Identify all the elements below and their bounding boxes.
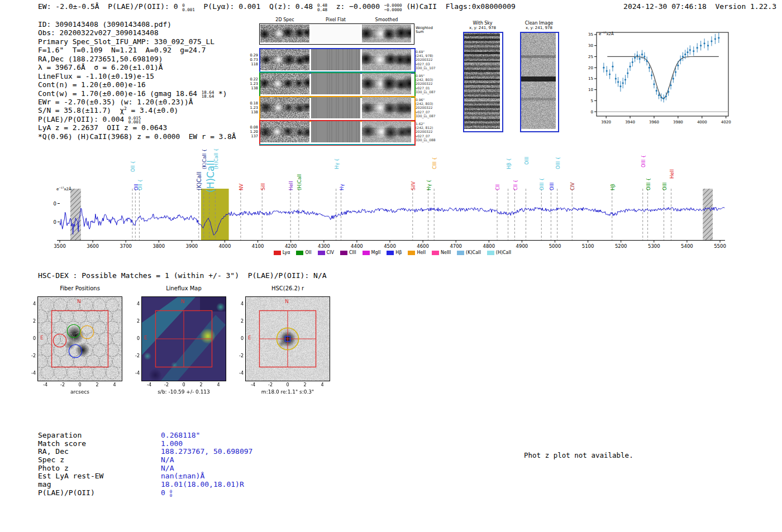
stacked-value: 00.001 bbox=[182, 3, 195, 12]
emission-line-label: OII { bbox=[130, 161, 136, 172]
emission-line-label: HeII bbox=[669, 169, 675, 179]
line-fit-inset-plot: 05101520253035392039403960398040004020 bbox=[580, 26, 735, 133]
table-row: Est LyA rest-EWnan(±nan)Å bbox=[38, 472, 252, 480]
emission-line-label: (K)CaII bbox=[196, 172, 202, 190]
svg-text:5000: 5000 bbox=[549, 243, 561, 249]
legend-item: OII bbox=[296, 250, 311, 255]
spec2d-row-right-labels: 1.62"(242, 812)20200322v027_07330_LL_088 bbox=[416, 122, 436, 142]
legend-item: (K)CaII bbox=[457, 250, 481, 255]
spectrum-line bbox=[60, 207, 724, 235]
y-tick-label: -4 bbox=[23, 371, 36, 376]
legend-swatch bbox=[387, 251, 394, 255]
emission-line-label: (H)CaII bbox=[297, 174, 302, 190]
svg-text:4000: 4000 bbox=[697, 120, 707, 124]
table-row-label: Spec z bbox=[38, 456, 161, 464]
table-row-label: RA, Dec bbox=[38, 447, 161, 456]
info-line: S/N = 35.8(±11.7) χ2 = 3.4(±0.0) bbox=[38, 106, 236, 114]
spec2d-col-title: 2D Spec bbox=[260, 17, 309, 22]
legend-item: Hβ bbox=[387, 250, 402, 255]
svg-text:5100: 5100 bbox=[582, 243, 594, 249]
right-label-line: v027_03 bbox=[416, 62, 436, 66]
svg-text:3800: 3800 bbox=[152, 243, 165, 249]
info-line: LineFlux = -1.10(±0.19)e-15 bbox=[38, 72, 236, 80]
legend-swatch bbox=[363, 251, 370, 255]
detection-info-block: ID: 3090143408 (3090143408.pdf)Obs: 2020… bbox=[38, 20, 236, 141]
emission-line-label: NV bbox=[239, 184, 244, 190]
report-datetime-version: 2024-12-30 07:46:18 Version 1.22.3 bbox=[623, 2, 776, 11]
full-width-spectrum-plot: 3500360037003800390040004100420043004400… bbox=[53, 186, 732, 260]
emission-line-label: SiIV bbox=[411, 181, 416, 190]
emission-line-label: OIII bbox=[662, 183, 667, 190]
smoothed-row-image bbox=[362, 73, 411, 94]
legend-item: HeII bbox=[408, 250, 426, 255]
left-label-line: 0.29 bbox=[244, 53, 258, 57]
spec2d-row-right-labels: 0.69"(241, 978)20200322v027_03330_LL_107 bbox=[416, 50, 436, 70]
info-line: ID: 3090143408 (3090143408.pdf) bbox=[38, 20, 236, 28]
east-label: E bbox=[144, 335, 147, 341]
y-tick-label: 4 bbox=[127, 301, 140, 306]
image-panel-coords: x, y: 241, 978 bbox=[462, 26, 503, 30]
svg-text:4600: 4600 bbox=[417, 243, 429, 249]
detection-highlight-band bbox=[201, 189, 229, 241]
photz-note: Phot z plot not available. bbox=[524, 451, 633, 459]
table-row-label: Photo z bbox=[38, 464, 161, 472]
svg-text:0: 0 bbox=[591, 110, 593, 114]
left-label-line: 118 bbox=[244, 62, 258, 66]
svg-text:4400: 4400 bbox=[351, 243, 363, 249]
svg-text:5200: 5200 bbox=[615, 243, 627, 249]
table-row: Match score1.000 bbox=[38, 439, 252, 448]
legend-label: CIII bbox=[349, 250, 356, 255]
x-tick-label: 4 bbox=[317, 382, 328, 387]
right-label-line: 20200322 bbox=[416, 82, 436, 85]
elixer-report-page: EW: -2.0±-0.5Å P(LAE)/P(OII): 0 00.001 P… bbox=[0, 0, 782, 532]
left-label-line: 1.23 bbox=[244, 106, 258, 110]
y-tick-label: 4 bbox=[23, 301, 36, 306]
svg-text:3500: 3500 bbox=[54, 243, 66, 249]
emission-line-label: (H)CaII { bbox=[213, 148, 219, 169]
left-label-line: 1.23 bbox=[244, 82, 258, 86]
legend-swatch bbox=[408, 251, 415, 255]
x-tick-label: 0 bbox=[74, 382, 85, 387]
pixelflat-summed-image bbox=[311, 25, 360, 42]
right-label-line: 330_LL_088 bbox=[416, 138, 436, 142]
legend-item: CIII bbox=[340, 250, 356, 255]
legend-swatch bbox=[296, 251, 303, 255]
legend-label: HeII bbox=[417, 250, 426, 255]
svg-text:35: 35 bbox=[588, 32, 593, 37]
table-row-value: 0 00 bbox=[161, 488, 172, 497]
x-tick-label: 2 bbox=[196, 382, 207, 387]
svg-text:3600: 3600 bbox=[87, 243, 99, 249]
info-line: Cont(w) = 1.70(±0.00)e-16 (gmag 18.64 18… bbox=[38, 89, 236, 98]
y-tick-label: -2 bbox=[231, 353, 244, 358]
legend-item: MgII bbox=[363, 250, 381, 255]
svg-text:3700: 3700 bbox=[120, 243, 132, 249]
x-tick-label: 4 bbox=[109, 382, 120, 387]
emission-line-label: CII { bbox=[513, 180, 518, 190]
svg-text:3900: 3900 bbox=[186, 243, 198, 249]
right-label-line: (242, 812) bbox=[416, 126, 436, 130]
y-tick-label: -4 bbox=[127, 371, 140, 376]
cutout-overlay-1 bbox=[142, 297, 226, 381]
stacked-value: 18.6418.64 bbox=[202, 90, 214, 99]
match-table: Separation0.268118"Match score1.000RA, D… bbox=[38, 431, 252, 497]
smoothed-summed-image bbox=[362, 25, 411, 42]
right-label-line: (241, 978) bbox=[416, 54, 436, 57]
cutout-sublabel: arcsecs bbox=[27, 389, 133, 395]
legend-swatch bbox=[340, 251, 347, 255]
weighted-sum-label: WeightedSum bbox=[416, 26, 433, 34]
spec2d-divider-line bbox=[259, 71, 414, 73]
x-tick-label: -2 bbox=[161, 382, 172, 387]
legend-swatch bbox=[487, 251, 494, 255]
right-label-line: v027_07 bbox=[416, 134, 436, 138]
cutout-sublabel: s/b: -10.59 +/- 0.113 bbox=[131, 389, 237, 395]
table-row-label: P(LAE)/P(OII) bbox=[38, 488, 161, 497]
stacked-value: 00 bbox=[170, 490, 173, 498]
right-label-line: 330_LL_107 bbox=[416, 66, 436, 70]
table-row: mag18.01(18.00,18.01)R bbox=[38, 480, 252, 488]
emission-line-label: OIII { bbox=[646, 178, 651, 190]
right-label-line: (242, 803) bbox=[416, 78, 436, 82]
image-panel-title: Clean Image bbox=[518, 21, 560, 26]
info-line: P(LAE)/P(OII): 0.004 0.0150.001 bbox=[38, 115, 236, 123]
info-line: Cont(n) = 1.20(±0.00)e-16 bbox=[38, 80, 236, 89]
svg-text:30: 30 bbox=[588, 44, 593, 48]
